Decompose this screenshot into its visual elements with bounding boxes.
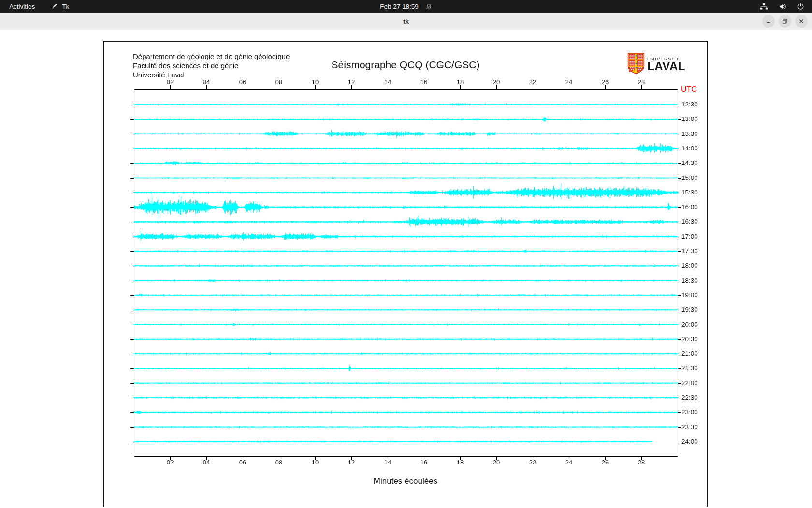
window-titlebar[interactable]: tk [0, 13, 812, 30]
utc-time-label: 22:30 [682, 394, 698, 401]
seismogram-canvas [104, 42, 707, 507]
utc-time-label: 16:00 [682, 203, 698, 210]
utc-time-label: 20:30 [682, 335, 698, 343]
utc-time-label: 22:00 [682, 379, 698, 387]
laval-shield-icon [627, 53, 645, 76]
minimize-button[interactable] [762, 15, 775, 28]
x-tick-label-bottom: 26 [602, 459, 609, 466]
utc-time-label: 17:30 [682, 247, 698, 254]
utc-time-label: 21:30 [682, 364, 698, 372]
utc-time-label: 14:00 [682, 145, 698, 152]
power-icon [797, 3, 804, 10]
utc-time-label: 23:00 [682, 408, 698, 416]
x-tick-label-top: 12 [348, 78, 355, 86]
utc-time-label: 18:30 [682, 277, 698, 284]
utc-time-label: 24:00 [682, 438, 698, 445]
volume-icon [779, 3, 786, 10]
x-tick-label-top: 04 [203, 78, 210, 86]
x-tick-label-bottom: 08 [276, 459, 282, 466]
activities-button[interactable]: Activities [9, 3, 35, 10]
utc-time-label: 17:00 [682, 233, 698, 240]
seismograph-frame: Département de géologie et de génie géol… [103, 41, 708, 507]
x-tick-label-top: 18 [457, 78, 464, 86]
utc-time-label: 15:30 [682, 189, 698, 196]
top-bar: Activities Tk Feb 27 18:59 [0, 0, 812, 13]
utc-time-label: 19:30 [682, 306, 698, 313]
x-tick-label-bottom: 06 [239, 459, 246, 466]
utc-time-label: 13:30 [682, 130, 698, 137]
network-wired-icon [760, 3, 768, 10]
utc-time-label: 19:00 [682, 291, 698, 299]
app-menu[interactable]: Tk [51, 3, 69, 10]
x-tick-label-bottom: 18 [457, 459, 464, 466]
page-title: Séismographe QCQ (CGC/GSC) [104, 59, 707, 71]
x-tick-label-bottom: 04 [203, 459, 210, 466]
app-menu-label: Tk [62, 3, 69, 10]
window-content: Département de géologie et de génie géol… [0, 30, 812, 508]
x-tick-label-top: 08 [276, 78, 282, 86]
utc-time-label: 13:00 [682, 115, 698, 122]
x-tick-label-bottom: 20 [493, 459, 500, 466]
x-tick-label-bottom: 12 [348, 459, 355, 466]
x-tick-label-top: 24 [566, 78, 572, 86]
utc-time-label: 21:00 [682, 350, 698, 357]
window-title: tk [403, 18, 409, 25]
x-tick-label-top: 02 [167, 78, 174, 86]
notifications-muted-icon [425, 3, 432, 10]
x-tick-label-bottom: 24 [566, 459, 572, 466]
logo-big-text: LAVAL [647, 61, 685, 71]
x-tick-label-bottom: 28 [638, 459, 645, 466]
x-tick-label-bottom: 16 [420, 459, 427, 466]
clock-menu[interactable]: Feb 27 18:59 [380, 3, 432, 10]
utc-time-label: 16:30 [682, 218, 698, 225]
tk-icon [51, 3, 58, 10]
utc-time-label: 14:30 [682, 159, 698, 166]
utc-time-label: 23:30 [682, 423, 698, 431]
x-tick-label-top: 26 [602, 78, 609, 86]
utc-time-label: 20:00 [682, 321, 698, 328]
header-line-3: Université Laval [133, 70, 290, 79]
x-tick-label-top: 22 [529, 78, 536, 86]
utc-time-label: 18:00 [682, 262, 698, 269]
x-tick-label-top: 06 [239, 78, 246, 86]
x-tick-label-top: 28 [638, 78, 645, 86]
x-tick-label-top: 16 [420, 78, 427, 86]
x-tick-label-bottom: 14 [384, 459, 391, 466]
utc-time-label: 12:30 [682, 101, 698, 108]
close-button[interactable] [795, 15, 808, 28]
x-tick-label-bottom: 22 [529, 459, 536, 466]
x-tick-label-bottom: 10 [312, 459, 319, 466]
x-tick-label-bottom: 02 [167, 459, 174, 466]
desktop: Activities Tk Feb 27 18:59 [0, 0, 812, 508]
system-menu[interactable] [760, 3, 812, 10]
clock-label: Feb 27 18:59 [380, 3, 419, 10]
utc-label: UTC [681, 85, 697, 94]
utc-time-label: 15:00 [682, 174, 698, 181]
restore-button[interactable] [779, 15, 791, 28]
x-axis-title: Minutes écoulées [104, 477, 707, 486]
x-tick-label-top: 10 [312, 78, 319, 86]
x-tick-label-top: 20 [493, 78, 500, 86]
laval-logo: UNIVERSITÉ LAVAL [627, 53, 685, 76]
x-tick-label-top: 14 [384, 78, 391, 86]
